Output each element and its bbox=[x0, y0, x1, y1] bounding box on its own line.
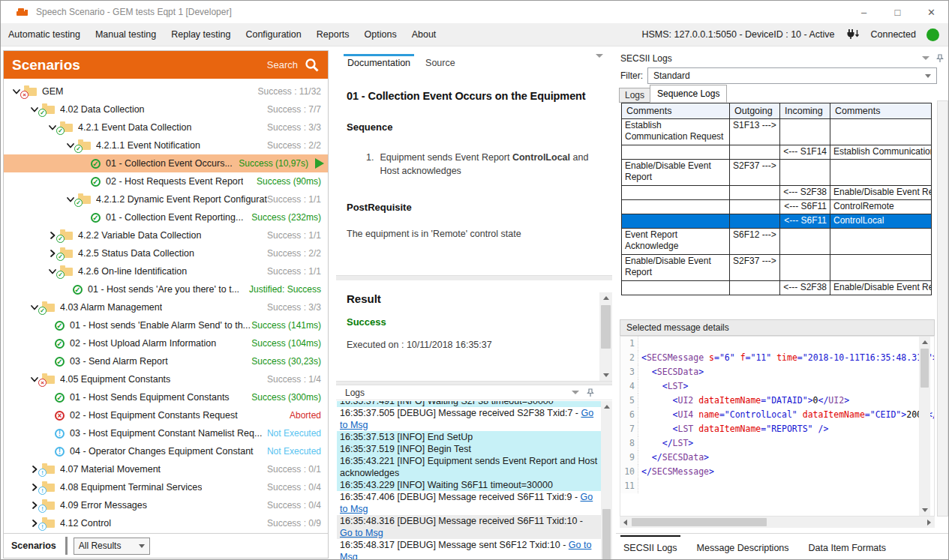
go-to-msg-link[interactable]: Go to Msg bbox=[340, 492, 593, 514]
tree-folder-row[interactable]: ✓4.2.1.1 Event NotificationSuccess : 2/2 bbox=[4, 136, 328, 154]
tree-test-row[interactable]: ×02 - Host Equipment Constants RequestAb… bbox=[4, 406, 328, 424]
xml-token: LST bbox=[677, 424, 693, 434]
column-header-comments-0[interactable]: Comments bbox=[622, 103, 730, 119]
panel-vscrollbar[interactable] bbox=[937, 100, 948, 517]
menu-item-reports[interactable]: Reports bbox=[309, 23, 357, 46]
table-row[interactable]: Enable/Disable Event ReportS2F37 ---> bbox=[622, 255, 932, 281]
tree-test-row[interactable]: ✓01 - Host sends 'Are you there' to t...… bbox=[4, 280, 328, 298]
tree-folder-row[interactable]: ✓4.2.1 Event Data CollectionSuccess : 3/… bbox=[4, 118, 328, 136]
tree-item-label: 01 - Host Sends Equipment Constants bbox=[70, 392, 230, 403]
table-row[interactable]: Establish Communication RequestS1F13 ---… bbox=[622, 119, 932, 145]
cell-comment-in: Enable/Disable Event Rep bbox=[830, 281, 932, 295]
search-icon[interactable] bbox=[304, 57, 320, 73]
play-icon[interactable] bbox=[315, 158, 324, 169]
table-row[interactable]: <--- S2F38Enable/Disable Event Rep bbox=[622, 281, 932, 295]
go-to-msg-link[interactable]: Go to Msg bbox=[340, 540, 591, 560]
logs-scrollbar[interactable] bbox=[601, 401, 612, 560]
menu-item-replay-testing[interactable]: Replay testing bbox=[164, 23, 238, 46]
go-to-msg-link[interactable]: Go to Msg bbox=[340, 528, 383, 538]
tab-logs[interactable]: Logs bbox=[619, 88, 650, 103]
tree-folder-row[interactable]: !4.12 ControlSuccess : 0/9 bbox=[4, 514, 328, 532]
horizontal-splitter[interactable] bbox=[336, 275, 612, 280]
folder-badge-info-icon: ! bbox=[38, 469, 47, 477]
menu-item-configuration[interactable]: Configuration bbox=[238, 23, 308, 46]
xml-token: UI2 bbox=[828, 395, 844, 406]
xml-token: f bbox=[740, 352, 746, 363]
tree-folder-row[interactable]: ×GEMSuccess : 11/32 bbox=[4, 82, 328, 100]
line-number: 10 bbox=[620, 465, 638, 479]
table-row[interactable]: <--- S6F11ControlLocal bbox=[622, 214, 932, 229]
tree-item-status: Success (300ms) bbox=[251, 392, 328, 403]
menu-item-about[interactable]: About bbox=[404, 23, 444, 46]
column-header-outgoing-1[interactable]: Outgoing bbox=[730, 103, 780, 119]
tree-folder-row[interactable]: !4.07 Material MovementSuccess : 0/1 bbox=[4, 460, 328, 478]
tree-item-label: 4.2.5 Status Data Collection bbox=[78, 248, 194, 259]
tree-folder-row[interactable]: !4.08 Equipment Terminal ServicesSuccess… bbox=[4, 478, 328, 496]
result-scrollbar[interactable] bbox=[599, 292, 612, 381]
table-row[interactable]: Event Report AcknowledgeS6F12 ---> bbox=[622, 229, 932, 255]
collapse-panel-icon[interactable] bbox=[596, 58, 603, 71]
tree-item-status: Success : 2/2 bbox=[267, 140, 328, 151]
code-vscrollbar[interactable] bbox=[919, 337, 930, 516]
window-title: Speech Scenario - GEM tests Eqpt 1 [Deve… bbox=[36, 7, 232, 17]
table-row[interactable]: Enable/Disable Event ReportS2F37 ---> bbox=[622, 160, 932, 186]
table-row[interactable]: <--- S6F11ControlRemote bbox=[622, 200, 932, 214]
cell-comment-in bbox=[830, 119, 932, 145]
go-to-msg-link[interactable]: Go to Msg bbox=[340, 408, 593, 430]
tree-test-row[interactable]: !04 - Operator Changes Equipment Constan… bbox=[4, 442, 328, 460]
filter-dropdown[interactable]: Standard bbox=[647, 67, 937, 84]
tree-test-row[interactable]: ✓03 - Send Alarm ReportSuccess (30,23s) bbox=[4, 352, 328, 370]
table-row[interactable]: <--- S2F38Enable/Disable Event Rep bbox=[622, 186, 932, 200]
tree-item-status: Justified: Success bbox=[249, 284, 328, 295]
bottom-tab-message-descriptions[interactable]: Message Descriptions bbox=[697, 540, 789, 553]
tree-test-row[interactable]: !03 - Host Equipment Constant Namelist R… bbox=[4, 424, 328, 442]
results-filter-dropdown[interactable]: All Results bbox=[74, 538, 150, 555]
cell-comment-out bbox=[622, 200, 730, 214]
tree-folder-row[interactable]: !4.09 Error MessagesSuccess : 0/4 bbox=[4, 496, 328, 514]
tree-folder-row[interactable]: ✓4.02 Data CollectionSuccess : 7/7 bbox=[4, 100, 328, 118]
tree-folder-row[interactable]: ✓4.2.2 Variable Data CollectionSuccess :… bbox=[4, 226, 328, 244]
code-line: 8 </LST> bbox=[620, 436, 934, 451]
tab-documentation[interactable]: Documentation bbox=[344, 54, 414, 73]
bottom-tab-data-item-formats[interactable]: Data Item Formats bbox=[809, 540, 887, 553]
tab-source[interactable]: Source bbox=[422, 54, 459, 73]
menu-item-manual-testing[interactable]: Manual testing bbox=[88, 23, 164, 46]
tree-test-row[interactable]: ✓02 - Host Upload Alarm InformationSucce… bbox=[4, 334, 328, 352]
code-hscrollbar[interactable] bbox=[620, 517, 935, 528]
tree-item-label: 4.05 Equipment Constants bbox=[60, 374, 170, 385]
tree-test-row[interactable]: ✓01 - Collection Event Occurs...Success … bbox=[4, 154, 328, 172]
table-row[interactable]: <--- S1F14Establish Communication bbox=[622, 145, 932, 160]
column-header-comments-3[interactable]: Comments bbox=[830, 103, 932, 119]
tree-item-label: 4.08 Equipment Terminal Services bbox=[60, 482, 202, 493]
tree-test-row[interactable]: ✓01 - Collection Event Reporting...Succe… bbox=[4, 208, 328, 226]
collapse-logs-icon[interactable] bbox=[572, 391, 579, 394]
tree-test-row[interactable]: ✓01 - Host Sends Equipment ConstantsSucc… bbox=[4, 388, 328, 406]
tree-test-row[interactable]: ✓01 - Host sends 'Enable Alarm Send' to … bbox=[4, 316, 328, 334]
log-entry: 16:35:43.229 [INFO] Waiting S6F11 timeou… bbox=[337, 479, 601, 491]
collapse-secsii-icon[interactable] bbox=[922, 56, 929, 60]
tree-folder-row[interactable]: ×4.05 Equipment ConstantsSuccess : 1/4 bbox=[4, 370, 328, 388]
xml-token: "11" bbox=[751, 352, 772, 363]
secsii-pin-icon[interactable] bbox=[936, 54, 944, 63]
minimize-button[interactable]: – bbox=[847, 1, 881, 23]
tree-test-row[interactable]: ✓02 - Host Requests Event ReportSuccess … bbox=[4, 172, 328, 190]
tab-scenarios[interactable]: Scenarios bbox=[11, 541, 56, 551]
xml-token: time bbox=[776, 352, 797, 363]
bottom-tab-secsii-logs[interactable]: SECSII Logs bbox=[623, 540, 677, 553]
documentation-content: 01 - Collection Event Occurs on the Equi… bbox=[336, 73, 612, 275]
close-button[interactable]: ✕ bbox=[914, 1, 948, 23]
line-number: 2 bbox=[620, 351, 638, 365]
maximize-button[interactable]: □ bbox=[881, 1, 914, 23]
tree-folder-row[interactable]: ✓4.03 Alarm ManagementSuccess : 3/3 bbox=[4, 298, 328, 316]
scenario-tree: ×GEMSuccess : 11/32✓4.02 Data Collection… bbox=[4, 79, 328, 533]
tree-folder-row[interactable]: ✓4.2.5 Status Data CollectionSuccess : 2… bbox=[4, 244, 328, 262]
pin-icon[interactable] bbox=[587, 388, 594, 397]
column-header-incoming-2[interactable]: Incoming bbox=[780, 103, 830, 119]
message-details-code[interactable]: 12<SECSMessage s="6" f="11" time="2018-1… bbox=[620, 336, 935, 517]
result-section: Result Success Executed on : 10/11/2018 … bbox=[336, 292, 612, 381]
menu-item-options[interactable]: Options bbox=[357, 23, 404, 46]
menu-item-automatic-testing[interactable]: Automatic testing bbox=[1, 23, 88, 46]
tree-folder-row[interactable]: ✓4.2.6 On-line IdentificationSuccess : 1… bbox=[4, 262, 328, 280]
tree-folder-row[interactable]: ✓4.2.1.2 Dynamic Event Report Configurat… bbox=[4, 190, 328, 208]
tab-sequence-logs[interactable]: Sequence Logs bbox=[650, 85, 727, 103]
